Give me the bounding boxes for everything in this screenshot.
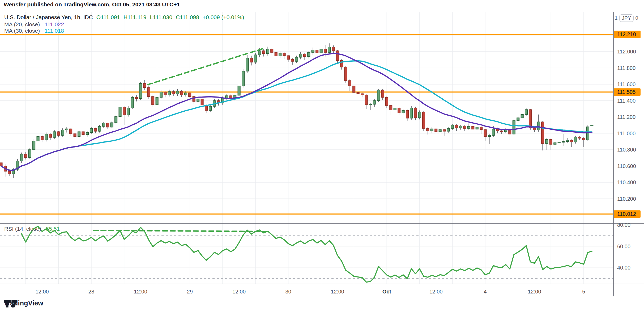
candle-up (591, 125, 593, 126)
candle-up (20, 154, 23, 161)
candle-up (258, 51, 261, 55)
frame-layer (0, 12, 644, 296)
candle-down (472, 126, 474, 129)
price-tick-label: 112.000 (617, 49, 636, 54)
time-tick-label: 28 (88, 289, 94, 295)
candle-down (164, 92, 167, 95)
change-value: +0.009 (+0.01%) (203, 14, 244, 20)
candle-up (110, 123, 113, 127)
candle-up (65, 129, 68, 130)
candle-up (160, 92, 163, 97)
low-value: L111.030 (150, 14, 172, 20)
candle-down (8, 171, 11, 174)
candle-down (201, 99, 203, 105)
candle-down (70, 129, 72, 134)
candle-up (279, 53, 282, 56)
rsi-value: 55.51 (46, 226, 60, 232)
rsi-legend[interactable]: RSI (14, close) 55.51 (4, 226, 60, 232)
candle-down (496, 129, 499, 131)
high-value: H111.119 (123, 14, 146, 20)
candle-down (344, 67, 347, 81)
candle-down (386, 97, 388, 106)
close-value: C111.098 (176, 14, 199, 20)
candle-up (513, 121, 515, 134)
candle-up (267, 49, 269, 54)
candle-down (24, 154, 27, 157)
candle-up (373, 101, 376, 104)
candle-down (550, 140, 552, 144)
trendlines-layer[interactable] (93, 48, 266, 232)
candle-up (562, 141, 565, 142)
candle-down (336, 51, 339, 61)
candle-up (439, 130, 441, 132)
ma30-line (1, 61, 592, 170)
candle-down (353, 86, 355, 93)
candle-down (381, 90, 384, 98)
candle-down (390, 106, 392, 110)
ma20-legend[interactable]: MA (20, close) 111.022 (4, 21, 64, 28)
candle-up (320, 49, 322, 53)
candle-up (492, 129, 495, 135)
rsi-tick-label: 80.00 (617, 222, 630, 228)
candles-layer[interactable] (0, 43, 593, 178)
candle-up (295, 57, 298, 61)
candle-down (135, 97, 138, 99)
candle-up (545, 140, 548, 144)
candle-down (57, 132, 60, 135)
candle-down (316, 50, 318, 53)
open-value: O111.091 (96, 14, 120, 20)
ma30-legend[interactable]: MA (30, close) 111.018 (4, 28, 64, 34)
price-tick-label: 111.200 (617, 114, 636, 120)
time-tick-label: 12:00 (134, 289, 147, 295)
candle-up (488, 135, 491, 137)
candle-down (180, 91, 183, 95)
candle-down (82, 132, 84, 135)
candle-down (49, 134, 52, 137)
candle-up (119, 107, 121, 116)
candle-up (451, 125, 454, 128)
time-axis[interactable]: 12:002812:002912:003012:00Oct12:00412:00… (35, 289, 585, 295)
candle-up (431, 129, 433, 131)
candle-down (500, 131, 503, 132)
candle-up (53, 132, 56, 137)
candle-down (435, 129, 437, 132)
candle-down (275, 52, 277, 56)
candle-down (463, 126, 466, 128)
candle-up (525, 110, 528, 114)
candle-down (533, 128, 536, 130)
time-tick-label: 12:00 (35, 289, 49, 295)
rsi-line (22, 226, 592, 282)
candle-down (541, 122, 544, 143)
chart-canvas[interactable]: 112.000111.800111.600111.400111.200111.0… (0, 0, 644, 311)
candle-down (250, 58, 253, 62)
candle-up (558, 142, 560, 143)
price-level-label: 111.505 (617, 89, 636, 95)
candle-down (357, 93, 359, 94)
candle-up (238, 86, 240, 95)
symbol-legend[interactable]: U.S. Dollar / Japanese Yen, 1h, IDCO111.… (4, 14, 244, 20)
candle-down (423, 112, 425, 129)
candle-down (398, 108, 400, 113)
price-axis[interactable]: 112.000111.800111.600111.400111.200111.0… (614, 31, 641, 271)
candle-up (90, 128, 93, 132)
candle-down (529, 110, 532, 128)
price-levels-layer (0, 34, 613, 214)
price-tick-label: 110.400 (617, 179, 636, 185)
candle-up (574, 137, 577, 142)
candle-down (582, 138, 585, 140)
candle-up (37, 137, 39, 141)
tradingview-logo[interactable]: TradingView (4, 299, 43, 307)
candle-down (480, 127, 483, 129)
candle-down (287, 56, 290, 59)
price-tick-label: 111.000 (617, 131, 636, 136)
ma30-value: 111.018 (45, 28, 64, 34)
price-tick-label: 111.800 (617, 65, 636, 71)
candle-down (349, 81, 351, 86)
rsi-tick-label: 40.00 (617, 265, 630, 271)
tradingview-logo-icon (4, 299, 18, 308)
candle-up (98, 126, 101, 131)
candle-up (402, 110, 404, 113)
currency-unit-button[interactable]: JPY (619, 14, 634, 22)
candle-down (283, 53, 285, 56)
candle-up (33, 141, 35, 150)
